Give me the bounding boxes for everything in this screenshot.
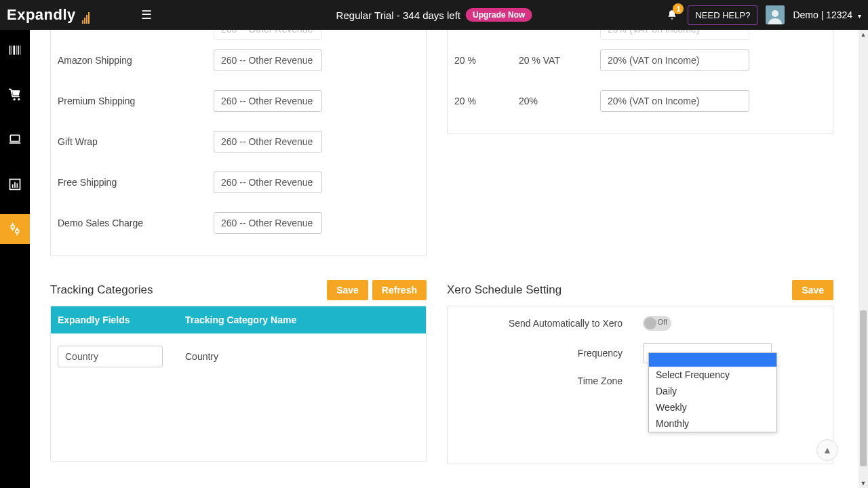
revenue-row: Demo Sales Charge260 -- Other Revenue: [58, 203, 419, 243]
schedule-save-button[interactable]: Save: [792, 280, 833, 300]
svg-rect-12: [17, 183, 18, 188]
revenue-select[interactable]: 260 -- Other Revenue: [214, 131, 322, 152]
revenue-mapping-panel: 260 -- Other Revenue Amazon Shipping260 …: [50, 30, 427, 256]
vat-row: 20 %20%20% (VAT on Income): [454, 81, 826, 121]
need-help-button[interactable]: NEED HELP?: [688, 5, 757, 25]
upgrade-button[interactable]: Upgrade Now: [466, 8, 532, 22]
tracking-field-select[interactable]: Country: [58, 346, 163, 367]
vertical-scrollbar[interactable]: ▲ ▼: [859, 30, 868, 488]
content-area: 260 -- Other Revenue Amazon Shipping260 …: [30, 30, 859, 488]
toggle-text: Off: [658, 318, 667, 326]
vat-row: 20 %20 % VAT20% (VAT on Income): [454, 40, 826, 81]
auto-send-toggle[interactable]: Off: [643, 316, 671, 331]
vat-rate: 20 %: [454, 96, 519, 106]
svg-rect-11: [14, 182, 16, 188]
sidebar-item-reports[interactable]: [0, 169, 30, 199]
revenue-select[interactable]: 260 -- Other Revenue: [214, 212, 322, 234]
svg-point-0: [772, 10, 778, 17]
vat-name: 20%: [519, 96, 600, 106]
tracking-refresh-button[interactable]: Refresh: [372, 280, 427, 300]
scroll-thumb[interactable]: [860, 310, 867, 466]
frequency-dropdown[interactable]: Select FrequencyDailyWeeklyMonthly: [648, 352, 777, 432]
vat-select[interactable]: 20% (VAT on Income): [600, 30, 749, 40]
frequency-option[interactable]: Select Frequency: [649, 367, 776, 383]
revenue-row-label: Free Shipping: [58, 177, 214, 188]
tracking-col2: Tracking Category Name: [185, 314, 419, 325]
revenue-row-label: Amazon Shipping: [58, 55, 214, 66]
hamburger-icon[interactable]: ☰: [141, 7, 152, 22]
trial-text: Regular Trial - 344 days left: [336, 9, 460, 21]
topbar-right: 1 NEED HELP? Demo | 12324 ▾: [665, 5, 861, 25]
scroll-up-arrow-icon[interactable]: ▲: [859, 30, 868, 39]
trial-banner: Regular Trial - 344 days left Upgrade No…: [336, 8, 532, 22]
brand-text: Expandly: [7, 6, 76, 23]
tracking-save-button[interactable]: Save: [327, 280, 368, 300]
tracking-row: Country Country: [51, 333, 426, 380]
tracking-category-value: Country: [185, 351, 218, 362]
auto-send-label: Send Automatically to Xero: [460, 318, 643, 329]
revenue-row-label: Gift Wrap: [58, 136, 214, 147]
schedule-section: Xero Schedule Setting Save Send Automati…: [447, 280, 833, 464]
svg-rect-4: [16, 45, 17, 54]
svg-rect-8: [9, 142, 21, 144]
brand-logo: Expandly: [7, 6, 94, 24]
svg-point-13: [11, 225, 14, 228]
sidebar-item-barcode[interactable]: [0, 35, 30, 65]
revenue-row-label: Demo Sales Charge: [58, 218, 214, 228]
tracking-header: Expandly Fields Tracking Category Name: [51, 306, 426, 333]
scroll-down-arrow-icon[interactable]: ▼: [859, 479, 868, 488]
revenue-row-label: Premium Shipping: [58, 96, 214, 106]
tracking-title: Tracking Categories: [50, 283, 153, 297]
svg-rect-7: [10, 135, 19, 141]
caret-down-icon: ▾: [858, 12, 861, 20]
notification-bell-icon[interactable]: 1: [665, 7, 679, 22]
frequency-option[interactable]: Daily: [649, 383, 776, 399]
revenue-row: Gift Wrap260 -- Other Revenue: [58, 121, 419, 162]
sidebar: [0, 30, 30, 488]
sidebar-item-cart[interactable]: [0, 80, 30, 110]
revenue-select[interactable]: 260 -- Other Revenue: [214, 171, 322, 193]
schedule-title: Xero Schedule Setting: [447, 283, 561, 297]
logo-bars-icon: [81, 6, 90, 24]
tracking-col1: Expandly Fields: [58, 314, 185, 325]
svg-rect-5: [18, 45, 19, 54]
schedule-panel: Send Automatically to Xero Off Frequency…: [447, 306, 833, 464]
revenue-select[interactable]: 260 -- Other Revenue: [214, 49, 322, 71]
svg-rect-1: [9, 45, 11, 54]
vat-name: 20 % VAT: [519, 55, 600, 66]
notification-badge: 1: [673, 3, 684, 14]
revenue-row: Free Shipping260 -- Other Revenue: [58, 162, 419, 203]
svg-rect-3: [14, 45, 16, 54]
revenue-select[interactable]: 260 -- Other Revenue: [214, 90, 322, 112]
svg-rect-2: [12, 45, 12, 54]
svg-rect-10: [12, 184, 14, 188]
tracking-table: Expandly Fields Tracking Category Name C…: [50, 306, 427, 462]
svg-rect-6: [20, 45, 21, 54]
revenue-row: Premium Shipping260 -- Other Revenue: [58, 81, 419, 121]
vat-mapping-panel: 20% (VAT on Income) 20 %20 % VAT20% (VAT…: [447, 30, 833, 134]
tracking-section: Tracking Categories Save Refresh Expandl…: [50, 280, 427, 462]
revenue-row: Amazon Shipping260 -- Other Revenue: [58, 40, 419, 81]
scroll-to-top-button[interactable]: ▲: [816, 439, 838, 461]
topbar: Expandly ☰ Regular Trial - 344 days left…: [0, 0, 868, 30]
avatar[interactable]: [766, 5, 785, 24]
frequency-option[interactable]: Monthly: [649, 415, 776, 432]
svg-point-14: [16, 230, 19, 233]
sidebar-item-settings[interactable]: [0, 214, 30, 244]
vat-rate: 20 %: [454, 55, 519, 66]
scroll-track[interactable]: [859, 39, 868, 479]
vat-select[interactable]: 20% (VAT on Income): [600, 90, 749, 112]
frequency-option[interactable]: [649, 353, 776, 367]
sidebar-item-laptop[interactable]: [0, 125, 30, 155]
user-label-text: Demo | 12324: [793, 9, 852, 20]
user-menu[interactable]: Demo | 12324 ▾: [793, 9, 861, 20]
revenue-select[interactable]: 260 -- Other Revenue: [214, 30, 322, 40]
vat-select[interactable]: 20% (VAT on Income): [600, 49, 749, 71]
frequency-option[interactable]: Weekly: [649, 399, 776, 415]
toggle-knob: [644, 317, 656, 329]
frequency-label: Frequency: [460, 348, 643, 359]
timezone-label: Time Zone: [460, 375, 643, 386]
